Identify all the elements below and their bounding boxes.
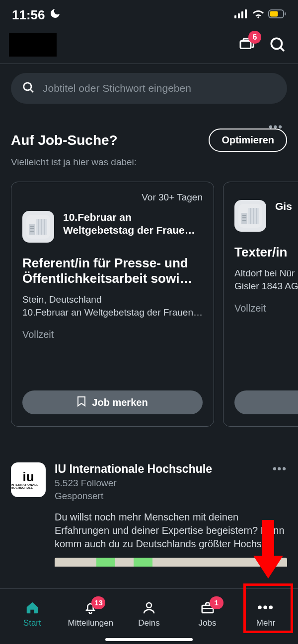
post-logo: iu INTERNATIONALE HOCHSCHULE — [11, 462, 46, 497]
search-wrap — [0, 64, 298, 104]
svg-point-30 — [147, 603, 151, 608]
post-image — [55, 558, 287, 567]
svg-rect-16 — [30, 231, 34, 232]
company-logo — [22, 211, 54, 243]
svg-rect-23 — [242, 215, 246, 216]
messages-badge: 6 — [248, 31, 261, 44]
svg-line-9 — [281, 48, 284, 51]
job-type: Vollzeit — [22, 329, 203, 340]
svg-rect-5 — [270, 11, 278, 17]
post-title: IU Internationale Hochschule — [55, 462, 212, 476]
save-job-label: Job merken — [92, 397, 148, 408]
post-logo-text: iu — [22, 470, 34, 483]
cellular-icon — [234, 9, 248, 20]
post-sponsored-label: Gesponsert — [55, 491, 287, 502]
section-title: Auf Job-Suche? — [11, 132, 118, 148]
status-time: 11:56 — [12, 7, 45, 23]
job-location: Altdorf bei Nür — [234, 268, 298, 279]
search-icon — [22, 81, 35, 96]
svg-line-11 — [30, 89, 33, 92]
svg-rect-20 — [44, 219, 45, 235]
job-role: Texter/in — [234, 245, 298, 260]
save-job-button[interactable]: Job merken — [22, 390, 203, 414]
svg-rect-2 — [241, 11, 243, 18]
app-header: 6 — [0, 28, 298, 64]
status-left: 11:56 — [12, 7, 61, 23]
post-followers: 5.523 Follower — [55, 478, 287, 489]
jobs-badge: 1 — [210, 596, 224, 609]
home-icon — [25, 599, 40, 616]
status-bar: 11:56 — [0, 0, 298, 28]
svg-point-10 — [24, 83, 31, 90]
job-org: Gisler 1843 AG — [234, 281, 298, 292]
svg-rect-7 — [240, 41, 251, 49]
battery-icon — [268, 9, 286, 20]
svg-rect-3 — [245, 9, 247, 18]
app-logo[interactable] — [9, 33, 57, 57]
svg-rect-1 — [238, 13, 240, 18]
svg-rect-24 — [242, 217, 246, 218]
more-icon: ••• — [258, 599, 274, 616]
nav-start[interactable]: Start — [4, 599, 60, 628]
section-subtitle: Vielleicht ist ja hier was dabei: — [11, 157, 287, 168]
svg-rect-25 — [242, 220, 246, 221]
nav-label: Deins — [138, 618, 159, 628]
bookmark-icon — [77, 396, 86, 409]
section-more-button[interactable]: ••• — [269, 121, 283, 133]
nav-label: Mehr — [256, 618, 276, 628]
svg-rect-19 — [41, 219, 42, 235]
notifications-badge: 13 — [91, 596, 105, 609]
nav-label: Jobs — [199, 618, 217, 628]
post-logo-sub: INTERNATIONALE HOCHSCHULE — [11, 483, 46, 489]
job-type: Vollzeit — [234, 303, 298, 314]
save-job-button[interactable] — [234, 390, 298, 414]
company-name: Gis — [275, 200, 292, 213]
company-name: 10.Februar an Weltgebetstag der Fraue… — [63, 211, 203, 237]
sponsored-post[interactable]: iu INTERNATIONALE HOCHSCHULE IU Internat… — [0, 462, 298, 567]
svg-rect-18 — [38, 219, 39, 235]
job-card[interactable]: Vor 30+ Tagen 10.Februar an Weltgebetsta… — [11, 182, 214, 427]
home-indicator — [105, 638, 193, 641]
svg-rect-29 — [256, 208, 257, 224]
job-location: Stein, Deutschland — [22, 294, 203, 305]
post-more-button[interactable]: ••• — [273, 462, 287, 475]
search-input[interactable] — [43, 82, 276, 94]
svg-rect-14 — [30, 226, 34, 227]
job-age: Vor 30+ Tagen — [22, 192, 203, 203]
nav-yours[interactable]: Deins — [121, 599, 177, 628]
nav-jobs[interactable]: 1 Jobs — [180, 599, 235, 628]
nav-more[interactable]: ••• Mehr — [238, 599, 294, 628]
svg-rect-15 — [30, 228, 34, 229]
job-role: Referent/in für Presse- und Öffentlichke… — [22, 256, 203, 286]
messages-button[interactable]: 6 — [237, 36, 255, 54]
status-right — [234, 9, 286, 20]
moon-icon — [49, 7, 61, 23]
svg-rect-0 — [234, 15, 236, 18]
job-section: ••• Auf Job-Suche? Optimieren Vielleicht… — [0, 129, 298, 168]
wifi-icon — [252, 9, 264, 20]
bottom-nav: Start 13 Mitteilungen Deins 1 Jobs ••• M… — [0, 588, 298, 644]
job-org: 10.Februar an Weltgebetstag der Frauen… — [22, 307, 203, 318]
post-text: Du willst noch mehr Menschen mit deinen … — [55, 511, 287, 551]
svg-rect-28 — [253, 208, 254, 224]
nav-label: Start — [23, 618, 41, 628]
nav-label: Mitteilungen — [68, 618, 114, 628]
company-logo — [234, 200, 266, 232]
svg-point-8 — [271, 38, 282, 49]
job-cards-carousel[interactable]: Vor 30+ Tagen 10.Februar an Weltgebetsta… — [0, 168, 298, 427]
search-button[interactable] — [269, 36, 286, 53]
person-icon — [142, 599, 156, 616]
job-card[interactable]: Gis Texter/in Altdorf bei Nür Gisler 184… — [223, 182, 298, 427]
header-actions: 6 — [237, 36, 286, 54]
nav-notifications[interactable]: 13 Mitteilungen — [63, 599, 118, 628]
svg-rect-27 — [250, 208, 251, 224]
svg-rect-6 — [285, 12, 286, 15]
search-field[interactable] — [11, 73, 287, 104]
